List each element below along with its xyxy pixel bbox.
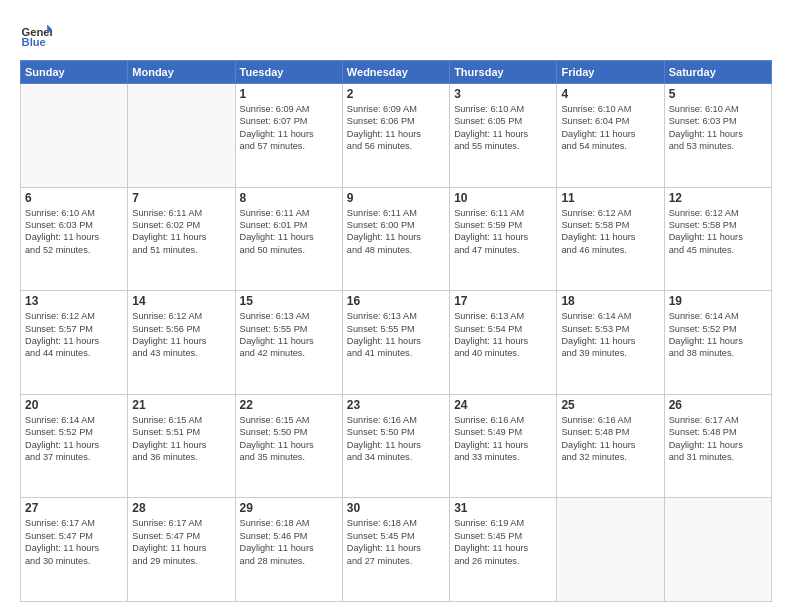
day-info: Sunrise: 6:18 AM Sunset: 5:46 PM Dayligh… bbox=[240, 517, 338, 567]
week-row-4: 27Sunrise: 6:17 AM Sunset: 5:47 PM Dayli… bbox=[21, 498, 772, 602]
week-row-1: 6Sunrise: 6:10 AM Sunset: 6:03 PM Daylig… bbox=[21, 187, 772, 291]
day-number: 24 bbox=[454, 398, 552, 412]
calendar-cell: 22Sunrise: 6:15 AM Sunset: 5:50 PM Dayli… bbox=[235, 394, 342, 498]
day-info: Sunrise: 6:16 AM Sunset: 5:48 PM Dayligh… bbox=[561, 414, 659, 464]
day-number: 1 bbox=[240, 87, 338, 101]
calendar-cell: 8Sunrise: 6:11 AM Sunset: 6:01 PM Daylig… bbox=[235, 187, 342, 291]
day-info: Sunrise: 6:10 AM Sunset: 6:03 PM Dayligh… bbox=[25, 207, 123, 257]
calendar-cell: 15Sunrise: 6:13 AM Sunset: 5:55 PM Dayli… bbox=[235, 291, 342, 395]
day-info: Sunrise: 6:10 AM Sunset: 6:04 PM Dayligh… bbox=[561, 103, 659, 153]
day-info: Sunrise: 6:15 AM Sunset: 5:51 PM Dayligh… bbox=[132, 414, 230, 464]
day-info: Sunrise: 6:14 AM Sunset: 5:52 PM Dayligh… bbox=[669, 310, 767, 360]
calendar-cell: 17Sunrise: 6:13 AM Sunset: 5:54 PM Dayli… bbox=[450, 291, 557, 395]
day-number: 14 bbox=[132, 294, 230, 308]
calendar-cell: 27Sunrise: 6:17 AM Sunset: 5:47 PM Dayli… bbox=[21, 498, 128, 602]
week-row-2: 13Sunrise: 6:12 AM Sunset: 5:57 PM Dayli… bbox=[21, 291, 772, 395]
day-number: 4 bbox=[561, 87, 659, 101]
calendar-cell: 24Sunrise: 6:16 AM Sunset: 5:49 PM Dayli… bbox=[450, 394, 557, 498]
day-number: 2 bbox=[347, 87, 445, 101]
day-number: 6 bbox=[25, 191, 123, 205]
day-info: Sunrise: 6:19 AM Sunset: 5:45 PM Dayligh… bbox=[454, 517, 552, 567]
day-number: 25 bbox=[561, 398, 659, 412]
day-info: Sunrise: 6:10 AM Sunset: 6:05 PM Dayligh… bbox=[454, 103, 552, 153]
calendar-cell: 20Sunrise: 6:14 AM Sunset: 5:52 PM Dayli… bbox=[21, 394, 128, 498]
calendar-cell: 4Sunrise: 6:10 AM Sunset: 6:04 PM Daylig… bbox=[557, 84, 664, 188]
calendar-cell: 31Sunrise: 6:19 AM Sunset: 5:45 PM Dayli… bbox=[450, 498, 557, 602]
day-number: 30 bbox=[347, 501, 445, 515]
calendar-cell: 29Sunrise: 6:18 AM Sunset: 5:46 PM Dayli… bbox=[235, 498, 342, 602]
day-number: 15 bbox=[240, 294, 338, 308]
calendar-cell: 9Sunrise: 6:11 AM Sunset: 6:00 PM Daylig… bbox=[342, 187, 449, 291]
day-info: Sunrise: 6:12 AM Sunset: 5:56 PM Dayligh… bbox=[132, 310, 230, 360]
calendar-cell: 6Sunrise: 6:10 AM Sunset: 6:03 PM Daylig… bbox=[21, 187, 128, 291]
calendar-cell: 18Sunrise: 6:14 AM Sunset: 5:53 PM Dayli… bbox=[557, 291, 664, 395]
calendar-cell: 11Sunrise: 6:12 AM Sunset: 5:58 PM Dayli… bbox=[557, 187, 664, 291]
day-info: Sunrise: 6:10 AM Sunset: 6:03 PM Dayligh… bbox=[669, 103, 767, 153]
week-row-0: 1Sunrise: 6:09 AM Sunset: 6:07 PM Daylig… bbox=[21, 84, 772, 188]
calendar-cell: 2Sunrise: 6:09 AM Sunset: 6:06 PM Daylig… bbox=[342, 84, 449, 188]
day-number: 7 bbox=[132, 191, 230, 205]
week-row-3: 20Sunrise: 6:14 AM Sunset: 5:52 PM Dayli… bbox=[21, 394, 772, 498]
day-number: 3 bbox=[454, 87, 552, 101]
day-info: Sunrise: 6:12 AM Sunset: 5:58 PM Dayligh… bbox=[561, 207, 659, 257]
day-info: Sunrise: 6:13 AM Sunset: 5:54 PM Dayligh… bbox=[454, 310, 552, 360]
weekday-thursday: Thursday bbox=[450, 61, 557, 84]
day-info: Sunrise: 6:14 AM Sunset: 5:53 PM Dayligh… bbox=[561, 310, 659, 360]
day-number: 20 bbox=[25, 398, 123, 412]
calendar-cell: 7Sunrise: 6:11 AM Sunset: 6:02 PM Daylig… bbox=[128, 187, 235, 291]
weekday-monday: Monday bbox=[128, 61, 235, 84]
day-number: 10 bbox=[454, 191, 552, 205]
calendar-cell: 13Sunrise: 6:12 AM Sunset: 5:57 PM Dayli… bbox=[21, 291, 128, 395]
day-info: Sunrise: 6:11 AM Sunset: 5:59 PM Dayligh… bbox=[454, 207, 552, 257]
calendar-cell: 1Sunrise: 6:09 AM Sunset: 6:07 PM Daylig… bbox=[235, 84, 342, 188]
calendar-cell: 19Sunrise: 6:14 AM Sunset: 5:52 PM Dayli… bbox=[664, 291, 771, 395]
calendar-cell: 16Sunrise: 6:13 AM Sunset: 5:55 PM Dayli… bbox=[342, 291, 449, 395]
calendar-cell bbox=[21, 84, 128, 188]
calendar-cell bbox=[557, 498, 664, 602]
day-number: 22 bbox=[240, 398, 338, 412]
day-number: 21 bbox=[132, 398, 230, 412]
day-number: 31 bbox=[454, 501, 552, 515]
calendar-cell: 25Sunrise: 6:16 AM Sunset: 5:48 PM Dayli… bbox=[557, 394, 664, 498]
day-info: Sunrise: 6:13 AM Sunset: 5:55 PM Dayligh… bbox=[347, 310, 445, 360]
day-info: Sunrise: 6:09 AM Sunset: 6:07 PM Dayligh… bbox=[240, 103, 338, 153]
calendar-cell: 23Sunrise: 6:16 AM Sunset: 5:50 PM Dayli… bbox=[342, 394, 449, 498]
weekday-wednesday: Wednesday bbox=[342, 61, 449, 84]
day-number: 18 bbox=[561, 294, 659, 308]
day-info: Sunrise: 6:13 AM Sunset: 5:55 PM Dayligh… bbox=[240, 310, 338, 360]
day-info: Sunrise: 6:11 AM Sunset: 6:00 PM Dayligh… bbox=[347, 207, 445, 257]
day-number: 29 bbox=[240, 501, 338, 515]
day-info: Sunrise: 6:11 AM Sunset: 6:01 PM Dayligh… bbox=[240, 207, 338, 257]
day-info: Sunrise: 6:14 AM Sunset: 5:52 PM Dayligh… bbox=[25, 414, 123, 464]
calendar-cell: 14Sunrise: 6:12 AM Sunset: 5:56 PM Dayli… bbox=[128, 291, 235, 395]
day-info: Sunrise: 6:17 AM Sunset: 5:48 PM Dayligh… bbox=[669, 414, 767, 464]
day-number: 23 bbox=[347, 398, 445, 412]
weekday-friday: Friday bbox=[557, 61, 664, 84]
weekday-saturday: Saturday bbox=[664, 61, 771, 84]
day-number: 28 bbox=[132, 501, 230, 515]
day-number: 12 bbox=[669, 191, 767, 205]
weekday-header: SundayMondayTuesdayWednesdayThursdayFrid… bbox=[21, 61, 772, 84]
day-info: Sunrise: 6:12 AM Sunset: 5:58 PM Dayligh… bbox=[669, 207, 767, 257]
weekday-tuesday: Tuesday bbox=[235, 61, 342, 84]
day-number: 17 bbox=[454, 294, 552, 308]
day-info: Sunrise: 6:15 AM Sunset: 5:50 PM Dayligh… bbox=[240, 414, 338, 464]
day-info: Sunrise: 6:18 AM Sunset: 5:45 PM Dayligh… bbox=[347, 517, 445, 567]
calendar-cell: 3Sunrise: 6:10 AM Sunset: 6:05 PM Daylig… bbox=[450, 84, 557, 188]
logo: General Blue bbox=[20, 18, 55, 50]
day-number: 16 bbox=[347, 294, 445, 308]
day-number: 26 bbox=[669, 398, 767, 412]
day-number: 27 bbox=[25, 501, 123, 515]
day-info: Sunrise: 6:12 AM Sunset: 5:57 PM Dayligh… bbox=[25, 310, 123, 360]
day-number: 9 bbox=[347, 191, 445, 205]
day-info: Sunrise: 6:16 AM Sunset: 5:49 PM Dayligh… bbox=[454, 414, 552, 464]
calendar-cell bbox=[664, 498, 771, 602]
day-number: 5 bbox=[669, 87, 767, 101]
day-info: Sunrise: 6:09 AM Sunset: 6:06 PM Dayligh… bbox=[347, 103, 445, 153]
day-number: 8 bbox=[240, 191, 338, 205]
svg-text:Blue: Blue bbox=[22, 36, 46, 48]
calendar: SundayMondayTuesdayWednesdayThursdayFrid… bbox=[20, 60, 772, 602]
calendar-cell: 21Sunrise: 6:15 AM Sunset: 5:51 PM Dayli… bbox=[128, 394, 235, 498]
calendar-cell: 5Sunrise: 6:10 AM Sunset: 6:03 PM Daylig… bbox=[664, 84, 771, 188]
day-number: 13 bbox=[25, 294, 123, 308]
